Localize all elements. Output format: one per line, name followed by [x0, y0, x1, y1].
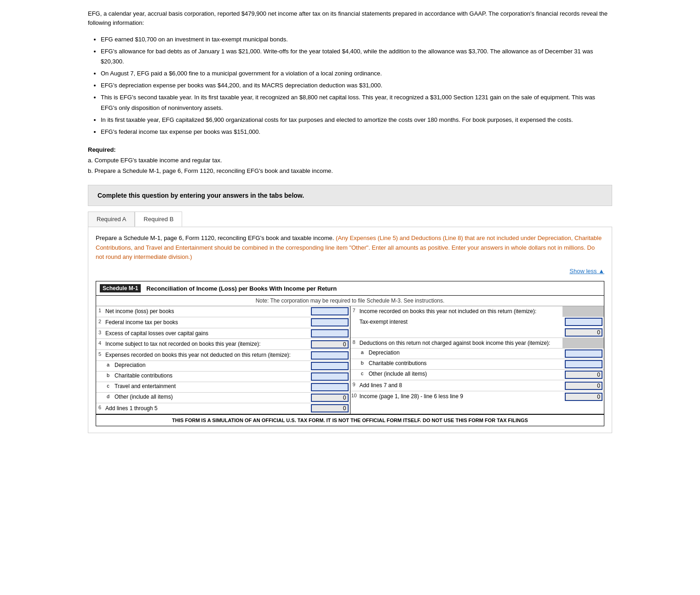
- row-num-5: 5: [96, 350, 103, 360]
- row-num-9: 9: [350, 380, 358, 391]
- tabs-area: Required A Required B Prepare a Schedule…: [88, 212, 612, 433]
- row-num-7: 7: [350, 306, 358, 317]
- tab-required-a[interactable]: Required A: [88, 212, 135, 227]
- schedule-badge: Schedule M-1: [100, 284, 141, 292]
- row-label-7v: [358, 327, 563, 338]
- required-section: Required: a. Compute EFG's taxable incom…: [88, 146, 612, 176]
- row-num-2: 2: [96, 317, 103, 328]
- col-left: 1 Net income (loss) per books 2 Federal …: [96, 306, 350, 414]
- schedule-body: 1 Net income (loss) per books 2 Federal …: [96, 306, 604, 414]
- row-label-5: Expenses recorded on books this year not…: [103, 350, 309, 360]
- sub-value-5d: 0: [311, 394, 349, 402]
- sub-letter-8a: a: [358, 349, 367, 359]
- row-num-7s: [350, 317, 358, 327]
- sub-row-num: [96, 393, 103, 403]
- sub-letter-8c: c: [358, 370, 367, 380]
- row-input-wrap-10: 0: [562, 391, 604, 402]
- sub-label-5d: Other (include all items): [113, 393, 309, 403]
- bullet-item: This is EFG's second taxable year. In it…: [101, 92, 612, 113]
- row-input-wrap-9: 0: [562, 380, 604, 391]
- row-input-wrap-5: [309, 350, 350, 360]
- row-input-wrap-6: 0: [309, 403, 350, 414]
- row-label-2: Federal income tax per books: [103, 317, 309, 328]
- row-input-wrap-7v: 0: [562, 327, 604, 338]
- row-num-6: 6: [96, 403, 103, 414]
- bullet-item: In its first taxable year, EFG capitaliz…: [101, 115, 612, 125]
- sub-letter-5c: c: [103, 382, 113, 392]
- row-input-wrap-1: [309, 306, 350, 317]
- bullet-list: EFG earned $10,700 on an investment in t…: [88, 34, 612, 137]
- tabs-row: Required A Required B: [88, 212, 612, 227]
- sub-label-5c: Travel and entertainment: [113, 382, 309, 392]
- row-label-3: Excess of capital losses over capital ga…: [103, 328, 309, 339]
- table-row: 3 Excess of capital losses over capital …: [96, 328, 350, 339]
- row-input-1[interactable]: [311, 307, 349, 315]
- required-label: Required:: [88, 146, 612, 153]
- row-value-9: 0: [565, 382, 602, 390]
- row-value-6: 0: [311, 404, 349, 412]
- show-less-link[interactable]: Show less ▲: [569, 267, 604, 276]
- table-row: 2 Federal income tax per books: [96, 317, 350, 328]
- sub-input-wrap-8c: 0: [562, 370, 604, 380]
- row-input-2[interactable]: [311, 318, 349, 326]
- row-label-9: Add lines 7 and 8: [358, 380, 563, 391]
- sub-input-wrap-5c: [309, 382, 350, 392]
- table-row: 10 Income (page 1, line 28) - line 6 les…: [350, 391, 604, 402]
- sub-row-num: [96, 372, 103, 382]
- row-label-4: Income subject to tax not recorded on bo…: [103, 339, 309, 349]
- sub-row-num: [350, 349, 358, 359]
- row7-value: 0: [350, 327, 604, 338]
- row-label-8: Deductions on this return not charged ag…: [358, 338, 563, 349]
- row-label-6: Add lines 1 through 5: [103, 403, 309, 414]
- sub-label-5a: Depreciation: [113, 361, 309, 371]
- sub-input-5a[interactable]: [311, 362, 349, 370]
- sub-input-8b[interactable]: [565, 360, 602, 368]
- sub-input-wrap-8b: [562, 359, 604, 369]
- table-row: 7 Income recorded on books this year not…: [350, 306, 604, 338]
- sub-label-8b: Charitable contributions: [367, 359, 563, 369]
- instruction-normal: Prepare a Schedule M-1, page 6, Form 112…: [96, 235, 334, 241]
- table-row: 1 Net income (loss) per books: [96, 306, 350, 317]
- row-num-10: 10: [350, 391, 358, 402]
- sub-input-wrap-5b: [309, 372, 350, 382]
- sub-input-5c[interactable]: [311, 383, 349, 391]
- schedule-header: Schedule M-1 Reconciliation of Income (L…: [96, 281, 604, 296]
- sub-input-5b[interactable]: [311, 372, 349, 381]
- sub-label-8c: Other (include all items): [367, 370, 563, 380]
- tab-required-b[interactable]: Required B: [135, 212, 182, 227]
- row-input-3[interactable]: [311, 329, 349, 338]
- row-input-5[interactable]: [311, 351, 349, 360]
- row-input-wrap-7: [562, 306, 604, 317]
- table-row: 5 Expenses recorded on books this year n…: [96, 350, 350, 361]
- row-input-wrap-3: [309, 328, 350, 339]
- question-box: Complete this question by entering your …: [88, 185, 612, 206]
- sub-row-num: [350, 359, 358, 369]
- table-row: b Charitable contributions: [350, 359, 604, 370]
- row-input-7[interactable]: [565, 318, 602, 326]
- row-input-wrap-2: [309, 317, 350, 328]
- table-row: c Travel and entertainment: [96, 382, 350, 393]
- intro-paragraph: EFG, a calendar year, accrual basis corp…: [88, 9, 612, 27]
- required-b: b. Prepare a Schedule M-1, page 6, Form …: [88, 166, 612, 176]
- table-row: 9 Add lines 7 and 8 0: [350, 380, 604, 391]
- row-label-7-sub: Tax-exempt interest: [358, 317, 563, 327]
- sub-input-8a[interactable]: [565, 349, 602, 358]
- sub-input-wrap-5a: [309, 361, 350, 371]
- row-label-10: Income (page 1, line 28) - line 6 less l…: [358, 391, 563, 402]
- bullet-item: EFG's depreciation expense per books was…: [101, 80, 612, 91]
- footer-disclaimer: THIS FORM IS A SIMULATION OF AN OFFICIAL…: [96, 414, 604, 426]
- bullet-item: EFG's allowance for bad debts as of Janu…: [101, 46, 612, 67]
- table-row: c Other (include all items) 0: [350, 370, 604, 380]
- row-input-wrap-7s: [562, 317, 604, 327]
- row-value-7: 0: [565, 328, 602, 337]
- row-num-8: 8: [350, 338, 358, 349]
- row-num-4: 4: [96, 339, 103, 349]
- sub-letter-5b: b: [103, 372, 113, 382]
- schedule-note: Note: The corporation may be required to…: [96, 296, 604, 306]
- row-num-1: 1: [96, 306, 103, 317]
- sub-row-num: [350, 370, 358, 380]
- tab-instruction: Prepare a Schedule M-1, page 6, Form 112…: [96, 234, 604, 276]
- sub-label-5b: Charitable contributions: [113, 372, 309, 382]
- sub-input-wrap-5d: 0: [309, 393, 350, 403]
- sub-row-num: [96, 361, 103, 371]
